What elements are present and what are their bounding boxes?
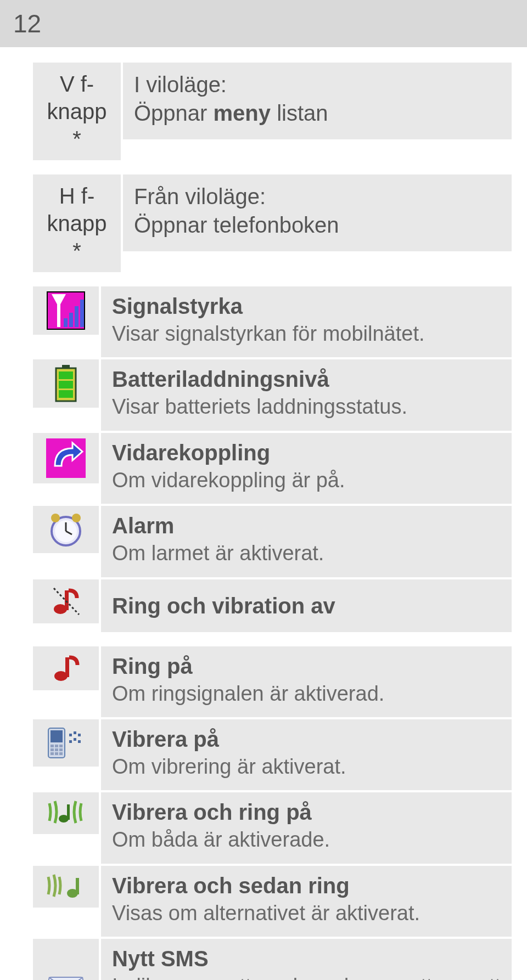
svg-rect-9 xyxy=(59,371,73,379)
svg-rect-32 xyxy=(51,752,54,755)
desc-vibrate: Vibrera på Om vibrering är aktiverat. xyxy=(101,719,512,790)
row-sms: Nytt SMS Indikerar att du har ett nytt t… xyxy=(33,939,512,980)
title: Nytt SMS xyxy=(112,944,501,973)
title: Vibrera på xyxy=(112,725,501,753)
svg-rect-35 xyxy=(69,734,72,736)
svg-rect-42 xyxy=(67,804,70,820)
desc-forwarding: Vidarekoppling Om vidarekoppling är på. xyxy=(101,433,512,504)
svg-rect-10 xyxy=(59,381,73,388)
text: * xyxy=(72,127,81,151)
svg-rect-37 xyxy=(78,734,81,736)
title: Alarm xyxy=(112,511,501,540)
desc: Om larmet är aktiverat. xyxy=(112,540,501,567)
vibrate-icon xyxy=(33,719,99,767)
content-area: V f- knapp * I viloläge: Öppnar meny lis… xyxy=(0,47,527,980)
title: Ring och vibration av xyxy=(112,592,501,620)
svg-rect-25 xyxy=(51,730,63,742)
title: Vidarekoppling xyxy=(112,438,501,467)
title: Batteriladdningsnivå xyxy=(112,365,501,393)
svg-rect-29 xyxy=(51,748,54,751)
ring-off-icon xyxy=(33,579,99,623)
desc: Visar batteriets laddningsstatus. xyxy=(112,393,501,420)
desc-sms: Nytt SMS Indikerar att du har ett nytt t… xyxy=(101,939,512,980)
text: V f- xyxy=(60,72,94,96)
line1: I viloläge: xyxy=(134,70,501,99)
svg-rect-5 xyxy=(75,306,79,327)
svg-rect-28 xyxy=(59,745,63,747)
desc-h: Från viloläge: Öppnar telefonboken xyxy=(123,174,512,251)
desc-ring-off: Ring och vibration av xyxy=(101,579,512,632)
page-number: 12 xyxy=(13,9,41,38)
desc-vib-ring: Vibrera och ring på Om båda är aktiverad… xyxy=(101,792,512,863)
desc: Visas om alternativet är aktiverat. xyxy=(112,900,501,927)
title: Vibrera och sedan ring xyxy=(112,871,501,900)
t: Öppnar xyxy=(134,101,214,125)
row-v-fknapp: V f- knapp * I viloläge: Öppnar meny lis… xyxy=(33,63,512,160)
desc: Om båda är aktiverade. xyxy=(112,826,501,853)
alarm-icon xyxy=(33,506,99,553)
sms-icon xyxy=(33,939,99,980)
text: knapp xyxy=(47,211,107,235)
row-alarm: Alarm Om larmet är aktiverat. xyxy=(33,506,512,577)
text: H f- xyxy=(59,184,94,208)
svg-rect-12 xyxy=(46,438,86,478)
svg-rect-11 xyxy=(59,390,73,398)
svg-rect-31 xyxy=(59,748,63,751)
svg-rect-44 xyxy=(76,878,79,894)
svg-rect-33 xyxy=(55,752,58,755)
title: Vibrera och ring på xyxy=(112,798,501,826)
svg-rect-3 xyxy=(64,318,68,327)
svg-rect-26 xyxy=(51,745,54,747)
svg-rect-38 xyxy=(69,740,72,743)
desc: Indikerar att du har ett nytt textmeddel… xyxy=(112,973,501,980)
desc: Om vibrering är aktiverat. xyxy=(112,753,501,780)
row-forwarding: Vidarekoppling Om vidarekoppling är på. xyxy=(33,433,512,504)
ring-on-icon xyxy=(33,646,99,690)
desc-vib-then-ring: Vibrera och sedan ring Visas om alternat… xyxy=(101,866,512,937)
desc-v: I viloläge: Öppnar meny listan xyxy=(123,63,512,139)
vib-then-ring-icon xyxy=(33,866,99,908)
desc: Om ringsignalen är aktiverad. xyxy=(112,680,501,707)
desc-signal: Signalstyrka Visar signalstyrkan för mob… xyxy=(101,286,512,357)
svg-point-18 xyxy=(72,514,81,522)
row-ring-vib-off: Ring och vibration av xyxy=(33,579,512,632)
key-label-h: H f- knapp * xyxy=(33,174,121,272)
text: * xyxy=(72,239,81,263)
line2: Öppnar meny listan xyxy=(134,99,501,127)
row-battery: Batteriladdningsnivå Visar batteriets la… xyxy=(33,359,512,430)
row-vib-then-ring: Vibrera och sedan ring Visas om alternat… xyxy=(33,866,512,937)
signal-icon xyxy=(33,286,99,335)
svg-rect-34 xyxy=(59,752,63,755)
row-ring-on: Ring på Om ringsignalen är aktiverad. xyxy=(33,646,512,717)
key-label-v: V f- knapp * xyxy=(33,63,121,160)
forwarding-icon xyxy=(33,433,99,483)
svg-rect-27 xyxy=(55,745,58,747)
line2: Öppnar telefonboken xyxy=(134,211,501,239)
title: Ring på xyxy=(112,652,501,680)
svg-rect-4 xyxy=(69,313,73,327)
title: Signalstyrka xyxy=(112,292,501,320)
row-h-fknapp: H f- knapp * Från viloläge: Öppnar telef… xyxy=(33,174,512,272)
svg-rect-40 xyxy=(78,740,81,743)
svg-rect-2 xyxy=(57,294,60,327)
svg-rect-30 xyxy=(55,748,58,751)
desc-battery: Batteriladdningsnivå Visar batteriets la… xyxy=(101,359,512,430)
svg-point-17 xyxy=(51,514,60,522)
t: meny xyxy=(214,101,271,125)
desc-alarm: Alarm Om larmet är aktiverat. xyxy=(101,506,512,577)
row-vibrate-on: Vibrera på Om vibrering är aktiverat. xyxy=(33,719,512,790)
row-vib-ring: Vibrera och ring på Om båda är aktiverad… xyxy=(33,792,512,863)
page-header: 12 xyxy=(0,0,527,47)
svg-rect-45 xyxy=(49,977,83,980)
desc-ring-on: Ring på Om ringsignalen är aktiverad. xyxy=(101,646,512,717)
line1: Från viloläge: xyxy=(134,182,501,211)
t: listan xyxy=(271,101,328,125)
svg-rect-39 xyxy=(74,738,76,741)
battery-icon xyxy=(33,359,99,408)
row-signal: Signalstyrka Visar signalstyrkan för mob… xyxy=(33,286,512,357)
svg-rect-23 xyxy=(65,657,69,677)
desc: Om vidarekoppling är på. xyxy=(112,467,501,494)
svg-rect-20 xyxy=(65,590,69,610)
svg-rect-6 xyxy=(80,300,84,327)
vib-ring-icon xyxy=(33,792,99,834)
